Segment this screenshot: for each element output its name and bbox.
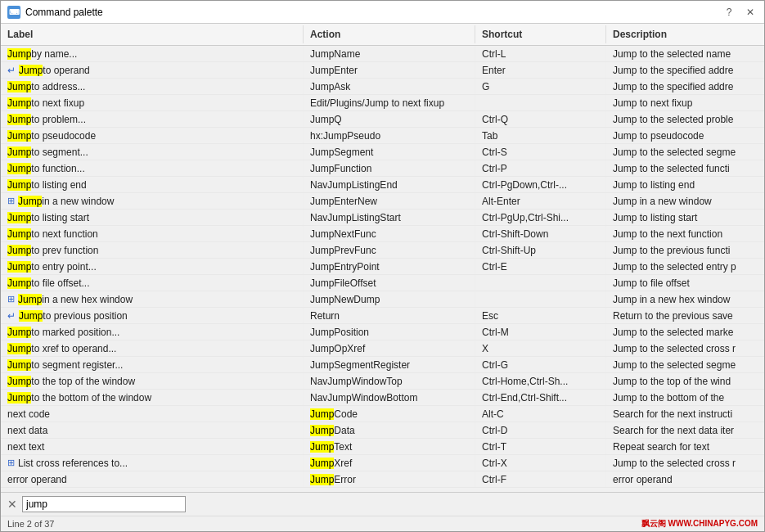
- table-row[interactable]: next dataJumpDataCtrl-DSearch for the ne…: [1, 422, 764, 439]
- cell-description: Jump to file offset: [606, 275, 764, 291]
- status-text: Line 2 of 37: [7, 519, 55, 529]
- action-rest: Text: [334, 441, 352, 453]
- label-highlight: Jump: [7, 179, 31, 191]
- table-row[interactable]: error operandJumpErrorCtrl-Ferror operan…: [1, 471, 764, 488]
- square-arrow-icon: ⊞: [7, 458, 15, 468]
- cell-shortcut: Ctrl-Shift-Down: [475, 226, 606, 241]
- table-row[interactable]: Jump to function...JumpFunctionCtrl-PJum…: [1, 160, 764, 177]
- cell-label: ⊞List cross references to...: [1, 455, 304, 471]
- help-button[interactable]: ?: [722, 5, 736, 20]
- window-icon: ⌨: [7, 6, 20, 19]
- table-container: Label Action Shortcut Description Jump b…: [1, 24, 764, 492]
- table-row[interactable]: Jump to the top of the windowNavJumpWind…: [1, 373, 764, 390]
- table-row[interactable]: Jump to next fixupEdit/Plugins/Jump to n…: [1, 95, 764, 111]
- cell-shortcut: Ctrl-L: [475, 46, 606, 61]
- table-row[interactable]: Jump to listing endNavJumpListingEndCtrl…: [1, 177, 764, 193]
- cell-action: NavJumpListingEnd: [304, 177, 475, 192]
- table-row[interactable]: ⊞Jump in a new hex windowJumpNewDumpJump…: [1, 291, 764, 308]
- action-highlight: Jump: [310, 474, 334, 485]
- cell-description: Jump to the selected name: [606, 46, 764, 61]
- cell-shortcut: Tab: [475, 128, 606, 143]
- square-arrow-icon: ⊞: [7, 294, 15, 304]
- table-row[interactable]: ↵Jump to operandJumpEnterEnterJump to th…: [1, 62, 764, 79]
- table-row[interactable]: Jump to entry point...JumpEntryPointCtrl…: [1, 259, 764, 275]
- table-row[interactable]: Jump to marked position...JumpPositionCt…: [1, 324, 764, 340]
- cell-shortcut: Ctrl-M: [475, 324, 606, 340]
- clear-search-icon[interactable]: ✕: [7, 498, 17, 511]
- cell-label: Jump to problem...: [1, 111, 304, 127]
- label-highlight: Jump: [19, 310, 43, 322]
- table-row[interactable]: Jump to segment...JumpSegmentCtrl-SJump …: [1, 144, 764, 160]
- cell-shortcut: Alt-Enter: [475, 193, 606, 209]
- table-row[interactable]: Jump to segment register...JumpSegmentRe…: [1, 357, 764, 373]
- cell-shortcut: [475, 95, 606, 110]
- action-rest: Data: [334, 425, 354, 436]
- cell-shortcut: Ctrl-PgUp,Ctrl-Shi...: [475, 210, 606, 225]
- table-row[interactable]: Jump by name...JumpNameCtrl-LJump to the…: [1, 46, 764, 62]
- table-row[interactable]: next codeJumpCodeAlt-CSearch for the nex…: [1, 406, 764, 422]
- arrow-left-icon: ↵: [7, 310, 16, 322]
- cell-action: NavJumpWindowTop: [304, 373, 475, 389]
- label-rest: to marked position...: [31, 327, 119, 338]
- table-row[interactable]: Jump to file offset...JumpFileOffsetJump…: [1, 275, 764, 291]
- table-body[interactable]: Jump by name...JumpNameCtrl-LJump to the…: [1, 46, 764, 492]
- search-bar: ✕: [1, 492, 764, 516]
- cell-action: JumpQ: [304, 111, 475, 127]
- cell-label: Jump by name...: [1, 46, 304, 61]
- cell-action: JumpFileOffset: [304, 275, 475, 291]
- label-rest: to function...: [31, 163, 84, 174]
- label-highlight: Jump: [18, 294, 42, 305]
- cell-description: Jump to the specified addre: [606, 62, 764, 78]
- cell-action: JumpPosition: [304, 324, 475, 340]
- cell-label: Jump to xref to operand...: [1, 340, 304, 356]
- cell-description: Jump to the bottom of the: [606, 390, 764, 405]
- table-row[interactable]: ⊞Jump in a new windowJumpEnterNewAlt-Ent…: [1, 193, 764, 210]
- label-rest: in a new window: [42, 196, 114, 207]
- table-row[interactable]: Jump to prev functionJumpPrevFuncCtrl-Sh…: [1, 242, 764, 259]
- table-row[interactable]: Jump to next functionJumpNextFuncCtrl-Sh…: [1, 226, 764, 242]
- table-row[interactable]: next textJumpTextCtrl-TRepeat search for…: [1, 439, 764, 455]
- cell-label: Jump to segment register...: [1, 357, 304, 372]
- label-rest: to next function: [31, 228, 97, 240]
- cell-label: Jump to the top of the window: [1, 373, 304, 389]
- cell-shortcut: G: [475, 79, 606, 94]
- cell-label: next text: [1, 439, 304, 454]
- table-row[interactable]: Jump to pseudocodehx:JumpPseudoTabJump t…: [1, 128, 764, 144]
- table-row[interactable]: ⊞List cross references to...JumpXrefCtrl…: [1, 455, 764, 471]
- col-label: Label: [1, 25, 304, 43]
- cell-label: Jump to function...: [1, 160, 304, 176]
- label-rest: to xref to operand...: [31, 343, 116, 354]
- action-rest: Xref: [334, 458, 352, 469]
- cell-description: Jump to the previous functi: [606, 242, 764, 258]
- table-row[interactable]: Jump to xref to operand...JumpOpXrefXJum…: [1, 340, 764, 357]
- action-highlight: Jump: [310, 458, 334, 469]
- cell-shortcut: Enter: [475, 62, 606, 78]
- cell-action: NavJumpListingStart: [304, 210, 475, 225]
- cell-shortcut: [475, 291, 606, 307]
- action-highlight: Jump: [310, 408, 334, 420]
- label-highlight: Jump: [7, 376, 31, 387]
- cell-description: Jump to the selected functi: [606, 160, 764, 176]
- cell-action: JumpFunction: [304, 160, 475, 176]
- cell-action: Return: [304, 308, 475, 323]
- table-row[interactable]: Jump to the bottom of the windowNavJumpW…: [1, 390, 764, 406]
- label-highlight: Jump: [7, 327, 31, 338]
- close-button[interactable]: ✕: [743, 5, 758, 20]
- search-input[interactable]: [22, 496, 186, 512]
- table-row[interactable]: Jump to address...JumpAskGJump to the sp…: [1, 79, 764, 95]
- table-row[interactable]: Jump to problem...JumpQCtrl-QJump to the…: [1, 111, 764, 128]
- table-row[interactable]: Jump to listing startNavJumpListingStart…: [1, 210, 764, 226]
- cell-label: Jump to prev function: [1, 242, 304, 258]
- label-text: List cross references to...: [18, 458, 128, 469]
- label-highlight: Jump: [7, 245, 31, 256]
- window-title: Command palette: [25, 7, 103, 18]
- table-row[interactable]: ↵Jump to previous positionReturnEscRetur…: [1, 308, 764, 324]
- label-highlight: Jump: [19, 65, 43, 76]
- cell-action: hx:JumpPseudo: [304, 128, 475, 143]
- table-header: Label Action Shortcut Description: [1, 24, 764, 46]
- cell-action: JumpSegment: [304, 144, 475, 160]
- square-arrow-icon: ⊞: [7, 196, 15, 206]
- label-rest: to address...: [31, 81, 85, 92]
- cell-action: JumpEnterNew: [304, 193, 475, 209]
- label-rest: to next fixup: [31, 97, 84, 109]
